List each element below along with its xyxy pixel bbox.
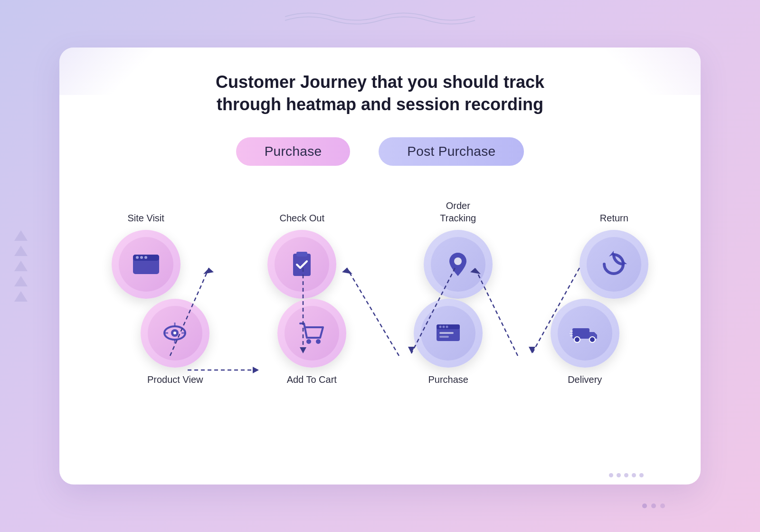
delivery-circle	[551, 299, 619, 368]
return-icon-bg	[587, 237, 641, 292]
delivery-icon-bg	[558, 306, 612, 361]
svg-point-42	[589, 337, 595, 342]
add-to-cart-label: Add To Cart	[287, 373, 337, 386]
svg-rect-40	[572, 328, 589, 339]
svg-point-32	[316, 339, 321, 344]
location-pin-icon	[443, 249, 474, 280]
product-view-label: Product View	[147, 373, 203, 386]
monitor-icon	[433, 318, 464, 349]
check-out-circle	[267, 230, 336, 299]
site-visit-icon-bg	[119, 237, 173, 292]
product-view-circle	[141, 299, 209, 368]
order-tracking-icon-bg	[431, 237, 485, 292]
post-purchase-badge: Post Purchase	[379, 137, 524, 166]
page-dots	[642, 504, 665, 508]
add-to-cart-circle	[277, 299, 346, 368]
svg-point-18	[144, 256, 147, 259]
check-out-node: Check Out	[267, 212, 336, 299]
cart-icon	[296, 318, 327, 349]
svg-rect-38	[439, 332, 454, 334]
return-circle	[580, 230, 648, 299]
purchase-node: Purchase	[414, 299, 483, 386]
svg-point-26	[173, 332, 176, 334]
add-to-cart-node: Add To Cart	[277, 299, 346, 386]
svg-rect-20	[296, 252, 307, 256]
svg-point-31	[306, 339, 311, 344]
site-visit-label: Site Visit	[127, 212, 164, 224]
page-dot	[660, 504, 665, 508]
clipboard-icon	[286, 249, 317, 280]
purchase-icon-bg	[421, 306, 475, 361]
product-view-node: Product View	[141, 299, 209, 386]
site-visit-circle	[112, 230, 180, 299]
bg-triangles	[14, 230, 28, 302]
check-out-label: Check Out	[279, 212, 324, 224]
journey-diagram: Site Visit	[88, 185, 672, 432]
check-out-icon-bg	[275, 237, 329, 292]
return-label: Return	[600, 212, 628, 224]
svg-point-16	[136, 256, 139, 259]
refresh-icon	[598, 249, 629, 280]
page-title: Customer Journey that you should track t…	[88, 71, 672, 116]
svg-point-21	[454, 257, 462, 265]
stage-badges: Purchase Post Purchase	[88, 137, 672, 166]
page-dot	[651, 504, 656, 508]
wave-decoration	[285, 7, 475, 26]
product-view-icon-bg	[148, 306, 202, 361]
site-visit-node: Site Visit	[112, 212, 180, 299]
dots-decoration	[609, 473, 644, 477]
svg-rect-39	[439, 336, 449, 338]
delivery-label: Delivery	[568, 373, 602, 386]
main-card: Customer Journey that you should track t…	[59, 48, 701, 484]
purchase-circle	[414, 299, 483, 368]
svg-point-17	[140, 256, 143, 259]
svg-point-37	[446, 325, 448, 328]
add-to-cart-icon-bg	[285, 306, 339, 361]
return-node: Return	[580, 212, 648, 299]
delivery-node: Delivery	[551, 299, 619, 386]
svg-point-41	[574, 337, 580, 342]
order-tracking-label: Order Tracking	[440, 200, 476, 224]
svg-point-36	[443, 325, 445, 328]
eye-target-icon	[160, 318, 190, 349]
browser-icon	[131, 249, 162, 280]
page-dot	[642, 504, 647, 508]
truck-icon	[570, 318, 600, 349]
purchase-badge: Purchase	[236, 137, 351, 166]
purchase-label: Purchase	[428, 373, 469, 386]
order-tracking-node: Order Tracking	[424, 200, 493, 299]
order-tracking-circle	[424, 230, 493, 299]
svg-point-35	[439, 325, 442, 328]
svg-rect-19	[293, 254, 311, 276]
